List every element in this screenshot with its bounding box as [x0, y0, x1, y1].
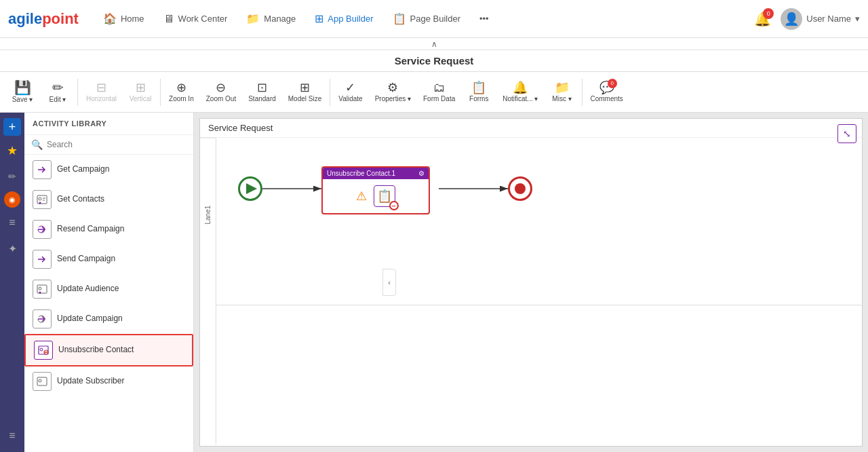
formdata-icon: 🗂: [433, 81, 446, 94]
svg-point-4: [39, 287, 41, 290]
misc-label: Misc ▾: [552, 95, 571, 102]
activity-item-update-campaign[interactable]: Update Campaign: [24, 304, 193, 334]
activity-item-unsubscribe-contact[interactable]: Unsubscribe Contact: [24, 334, 193, 366]
zoomout-icon: ⊖: [216, 81, 226, 94]
node-gear-icon[interactable]: ⚙: [418, 170, 425, 177]
lane-2: [216, 305, 862, 445]
collapse-icon: ‹: [388, 278, 391, 286]
update-subscriber-icon: [33, 372, 52, 391]
logo-text: agile: [8, 10, 42, 27]
start-inner-icon: [246, 183, 257, 194]
nav-right: 🔔 0 👤 User Name ▾: [750, 7, 860, 31]
update-campaign-label: Update Campaign: [57, 314, 123, 324]
zoomin-icon: ⊕: [176, 81, 186, 94]
modelsize-label: Model Size: [288, 95, 321, 102]
activity-item-get-campaign[interactable]: Get Campaign: [24, 155, 193, 185]
toolbar: 💾 Save ▾ ✏ Edit ▾ ⊟ Horizontal ⊞ Vertica…: [0, 72, 868, 113]
activity-item-resend-campaign[interactable]: Resend Campaign: [24, 214, 193, 244]
user-chevron-icon: ▾: [855, 14, 860, 24]
end-inner-icon: [515, 183, 526, 194]
notifications-icon: 🔔: [513, 81, 528, 94]
start-node[interactable]: [238, 176, 262, 201]
sidebar-list2-button[interactable]: ≡: [1, 425, 23, 447]
sidebar-list-button[interactable]: ≡: [1, 212, 23, 233]
user-area[interactable]: 👤 User Name ▾: [781, 8, 860, 30]
zoomin-label: Zoom In: [169, 95, 194, 102]
appbuilder-icon: ⊞: [315, 12, 323, 25]
notification-badge: 0: [763, 8, 774, 19]
lane-1: Unsubscribe Contact.1 ⚙ ⚠ 📋 −: [216, 138, 862, 305]
node-title: Unsubscribe Contact.1: [327, 170, 395, 177]
unsubscribe-contact-icon: [34, 341, 53, 360]
search-input[interactable]: [47, 140, 186, 149]
update-audience-icon: [33, 280, 52, 299]
notifications-bell[interactable]: 🔔 0: [750, 7, 775, 31]
vertical-icon: ⊞: [136, 81, 146, 94]
edit-button[interactable]: ✏ Edit ▾: [41, 78, 75, 106]
toolbar-sep-1: [77, 79, 78, 106]
nav-manage-label: Manage: [264, 14, 296, 24]
horizontal-icon: ⊟: [96, 81, 106, 94]
properties-button[interactable]: ⚙ Properties ▾: [370, 79, 416, 105]
comments-icon: 💬 0: [599, 81, 614, 94]
save-icon: 💾: [14, 81, 31, 94]
activity-library-title: ACTIVITY LIBRARY: [24, 113, 193, 135]
svg-point-2: [39, 202, 41, 204]
modelsize-button[interactable]: ⊞ Model Size: [283, 79, 327, 105]
collapse-panel-button[interactable]: ‹: [382, 269, 396, 296]
forms-button[interactable]: 📋 Forms: [462, 79, 496, 105]
avatar: 👤: [781, 8, 802, 30]
activity-item-update-subscriber[interactable]: Update Subscriber: [24, 366, 193, 396]
main-content: + ★ ✏ ◉ ≡ ✦ ≡ ACTIVITY LIBRARY 🔍 Get Cam…: [0, 113, 868, 452]
forms-label: Forms: [469, 95, 488, 102]
nav-pagebuilder-label: Page Builder: [410, 14, 460, 24]
standard-button[interactable]: ⊡ Standard: [243, 79, 281, 105]
zoomout-button[interactable]: ⊖ Zoom Out: [201, 79, 241, 105]
activity-item-get-contacts[interactable]: Get Contacts: [24, 185, 193, 214]
resend-campaign-icon: [33, 220, 52, 239]
modelsize-icon: ⊞: [300, 81, 310, 94]
canvas-body: Lane1: [200, 138, 862, 445]
flow-arrows: [216, 138, 862, 305]
end-node[interactable]: [508, 176, 532, 201]
sidebar-add-button[interactable]: +: [3, 118, 21, 136]
page-title: Service Request: [395, 55, 474, 67]
edit-label: Edit ▾: [49, 96, 66, 103]
nav-pagebuilder[interactable]: 📋 Page Builder: [384, 8, 469, 29]
username: User Name: [806, 14, 851, 24]
nav-home[interactable]: 🏠 Home: [95, 8, 153, 29]
vertical-label: Vertical: [130, 95, 152, 102]
comments-button[interactable]: 💬 0 Comments: [585, 79, 629, 105]
sidebar-circle-button[interactable]: ◉: [4, 191, 20, 208]
node-body: ⚠ 📋 −: [323, 179, 429, 213]
sidebar-tag-button[interactable]: ✦: [1, 238, 23, 259]
nav-appbuilder[interactable]: ⊞ App Builder: [307, 8, 381, 29]
nav-more[interactable]: •••: [471, 10, 497, 28]
sidebar-edit-button[interactable]: ✏: [1, 166, 23, 187]
chevron-bar[interactable]: ∧: [0, 38, 868, 50]
formdata-button[interactable]: 🗂 Form Data: [418, 79, 460, 105]
nav-manage[interactable]: 📁 Manage: [238, 8, 304, 29]
send-campaign-label: Send Campaign: [57, 254, 115, 265]
activity-list: Get Campaign Get Contacts Resend Campaig…: [24, 155, 193, 452]
activity-item-send-campaign[interactable]: Send Campaign: [24, 244, 193, 274]
more-icon: •••: [479, 14, 489, 24]
nav-home-label: Home: [121, 14, 144, 24]
top-nav: agilepoint 🏠 Home 🖥 Work Center 📁 Manage…: [0, 0, 868, 38]
zoomin-button[interactable]: ⊕ Zoom In: [163, 79, 199, 105]
sidebar-star-button[interactable]: ★: [1, 140, 23, 162]
svg-point-7: [40, 348, 43, 351]
properties-label: Properties ▾: [375, 95, 411, 102]
misc-button[interactable]: 📁 Misc ▾: [545, 79, 579, 105]
canvas-title: Service Request: [200, 119, 862, 138]
activity-node[interactable]: Unsubscribe Contact.1 ⚙ ⚠ 📋 −: [321, 166, 430, 214]
search-box: 🔍: [24, 135, 193, 155]
validate-button[interactable]: ✓ Validate: [333, 79, 368, 105]
save-button[interactable]: 💾 Save ▾: [5, 78, 39, 106]
icon-sidebar: + ★ ✏ ◉ ≡ ✦ ≡: [0, 113, 24, 452]
notifications-button[interactable]: 🔔 Notificat... ▾: [497, 79, 543, 105]
svg-point-5: [39, 292, 41, 294]
nav-workcenter[interactable]: 🖥 Work Center: [155, 9, 236, 29]
horizontal-label: Horizontal: [86, 95, 117, 102]
activity-item-update-audience[interactable]: Update Audience: [24, 274, 193, 304]
